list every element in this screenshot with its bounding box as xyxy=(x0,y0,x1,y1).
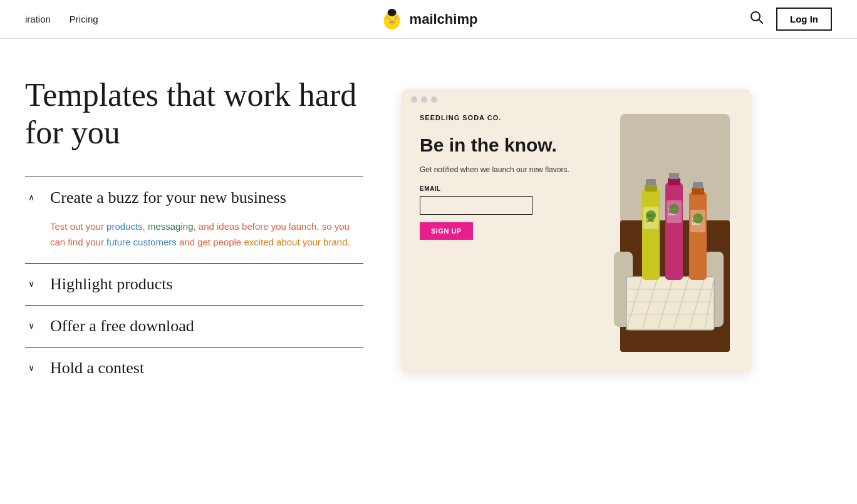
mailchimp-logo-icon xyxy=(380,7,405,32)
preview-email-input[interactable] xyxy=(420,196,532,215)
browser-bar xyxy=(401,89,752,108)
search-button[interactable] xyxy=(750,11,764,28)
preview-headline: Be in the know. xyxy=(420,134,595,157)
nav-item-inspiration[interactable]: iration xyxy=(25,14,51,24)
svg-point-48 xyxy=(646,210,656,220)
nav-left: iration Pricing xyxy=(25,14,98,24)
left-panel: Templates that work hard for you ∧ Creat… xyxy=(25,76,363,389)
browser-dot-1 xyxy=(411,96,417,103)
accordion-description-create-buzz: Test out your products, messaging, and i… xyxy=(50,219,363,250)
email-preview: SEEDLING SODA CO. Be in the know. Get no… xyxy=(401,89,752,373)
svg-line-15 xyxy=(759,20,763,24)
preview-left: SEEDLING SODA CO. Be in the know. Get no… xyxy=(420,114,595,354)
preview-content: SEEDLING SODA CO. Be in the know. Get no… xyxy=(401,108,752,373)
accordion-item-free-download: ∨ Offer a free download xyxy=(25,305,363,347)
chevron-down-icon-2: ∨ xyxy=(25,321,38,331)
accordion-item-hold-contest: ∨ Hold a contest xyxy=(25,347,363,389)
svg-rect-30 xyxy=(642,189,660,280)
accordion-body-create-buzz: Test out your products, messaging, and i… xyxy=(25,219,363,263)
accordion-header-free-download[interactable]: ∨ Offer a free download xyxy=(25,306,363,347)
accordion-title-hold-contest: Hold a contest xyxy=(50,359,144,378)
preview-signup-button[interactable]: SIGN UP xyxy=(420,222,473,240)
chevron-down-icon-1: ∨ xyxy=(25,279,38,289)
logo[interactable]: mailchimp xyxy=(380,7,478,32)
page-title: Templates that work hard for you xyxy=(25,76,363,152)
logo-text: mailchimp xyxy=(410,11,478,28)
preview-subtext: Get notified when we launch our new flav… xyxy=(420,164,595,175)
login-button[interactable]: Log In xyxy=(776,8,832,31)
svg-rect-36 xyxy=(665,183,683,280)
bottles-illustration: SEED LING SEED LING xyxy=(608,114,733,352)
chevron-down-icon-3: ∨ xyxy=(25,363,38,373)
svg-rect-42 xyxy=(689,192,707,280)
accordion-header-hold-contest[interactable]: ∨ Hold a contest xyxy=(25,347,363,389)
svg-point-50 xyxy=(693,213,703,224)
main-content: Templates that work hard for you ∧ Creat… xyxy=(0,39,857,414)
accordion-header-create-buzz[interactable]: ∧ Create a buzz for your new business xyxy=(25,177,363,219)
svg-point-9 xyxy=(388,9,397,16)
header-actions: Log In xyxy=(750,8,832,31)
svg-point-13 xyxy=(395,16,398,19)
preview-email-label: EMAIL xyxy=(420,185,595,192)
preview-right-illustration: SEED LING SEED LING xyxy=(608,114,733,354)
accordion-title-highlight-products: Highlight products xyxy=(50,275,173,294)
accordion-title-create-buzz: Create a buzz for your new business xyxy=(50,188,286,207)
svg-point-6 xyxy=(389,18,390,19)
svg-point-49 xyxy=(669,204,679,214)
preview-brand-name: SEEDLING SODA CO. xyxy=(420,114,595,121)
right-panel: SEEDLING SODA CO. Be in the know. Get no… xyxy=(401,76,832,389)
browser-dot-3 xyxy=(431,96,437,103)
accordion-header-highlight-products[interactable]: ∨ Highlight products xyxy=(25,264,363,305)
svg-rect-32 xyxy=(646,179,656,185)
chevron-up-icon: ∧ xyxy=(25,192,38,203)
search-icon xyxy=(750,11,764,24)
svg-rect-44 xyxy=(693,182,703,188)
site-header: iration Pricing mailchimp xyxy=(0,0,857,39)
browser-dot-2 xyxy=(421,96,427,103)
accordion-title-free-download: Offer a free download xyxy=(50,317,194,336)
svg-point-12 xyxy=(387,16,389,19)
svg-rect-38 xyxy=(669,173,679,179)
accordion-item-highlight-products: ∨ Highlight products xyxy=(25,263,363,305)
accordion-item-create-buzz: ∧ Create a buzz for your new business Te… xyxy=(25,177,363,263)
nav-item-pricing[interactable]: Pricing xyxy=(70,14,98,24)
